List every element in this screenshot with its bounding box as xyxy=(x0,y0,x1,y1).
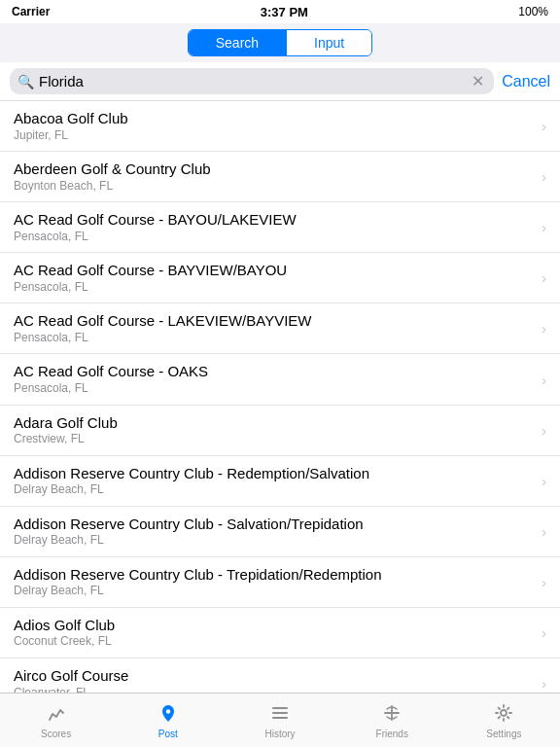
input-tab-btn[interactable]: Input xyxy=(287,30,371,55)
list-item-name: Adara Golf Club xyxy=(14,413,534,433)
list-item-text: AC Read Golf Course - OAKS Pensacola, FL xyxy=(14,362,534,396)
post-tab-label: Post xyxy=(158,729,178,739)
list-item-text: Adara Golf Club Crestview, FL xyxy=(14,413,534,447)
list-item-location: Pensacola, FL xyxy=(14,230,534,245)
list-item-location: Coconut Creek, FL xyxy=(14,634,534,650)
list-item-text: AC Read Golf Course - BAYOU/LAKEVIEW Pen… xyxy=(14,210,534,244)
list-item-name: Abacoa Golf Club xyxy=(14,109,534,128)
list-item-location: Pensacola, FL xyxy=(14,280,534,296)
list-item-name: Addison Reserve Country Club - Trepidati… xyxy=(14,565,534,585)
list-item-name: Addison Reserve Country Club - Redemptio… xyxy=(14,464,534,483)
svg-rect-3 xyxy=(272,717,288,719)
list-item[interactable]: Addison Reserve Country Club - Salvation… xyxy=(0,507,560,557)
search-input-wrap: 🔍 ✕ xyxy=(10,68,494,94)
search-bar-row: 🔍 ✕ Cancel xyxy=(0,62,560,101)
list-item-text: AC Read Golf Course - BAYVIEW/BAYOU Pens… xyxy=(14,261,534,295)
list-item-location: Delray Beach, FL xyxy=(14,584,534,599)
list-item-location: Crestview, FL xyxy=(14,432,534,447)
tab-post[interactable]: Post xyxy=(112,694,224,747)
settings-tab-icon xyxy=(493,702,514,727)
chevron-right-icon: › xyxy=(542,219,546,235)
chevron-right-icon: › xyxy=(542,574,546,590)
list-item-text: Adios Golf Club Coconut Creek, FL xyxy=(14,616,534,650)
list-item[interactable]: Abacoa Golf Club Jupiter, FL › xyxy=(0,101,560,152)
list-item[interactable]: AC Read Golf Course - BAYOU/LAKEVIEW Pen… xyxy=(0,202,560,253)
scores-tab-label: Scores xyxy=(41,729,71,739)
list-item-location: Pensacola, FL xyxy=(14,381,534,397)
history-tab-label: History xyxy=(264,729,295,739)
list-item-name: AC Read Golf Course - BAYOU/LAKEVIEW xyxy=(14,210,534,230)
list-item[interactable]: AC Read Golf Course - BAYVIEW/BAYOU Pens… xyxy=(0,253,560,303)
list-item-text: Addison Reserve Country Club - Salvation… xyxy=(14,515,534,549)
list-item-name: AC Read Golf Course - OAKS xyxy=(14,362,534,381)
svg-rect-2 xyxy=(272,712,288,714)
svg-point-0 xyxy=(166,709,170,713)
list-item-text: Abacoa Golf Club Jupiter, FL xyxy=(14,109,534,143)
chevron-right-icon: › xyxy=(542,168,546,185)
chevron-right-icon: › xyxy=(542,118,546,134)
results-list: Abacoa Golf Club Jupiter, FL › Aberdeen … xyxy=(0,101,560,693)
list-item-name: AC Read Golf Course - BAYVIEW/BAYOU xyxy=(14,261,534,280)
list-item-location: Delray Beach, FL xyxy=(14,482,534,498)
friends-tab-label: Friends xyxy=(376,729,408,739)
chevron-right-icon: › xyxy=(542,269,546,286)
list-item-location: Clearwater, FL xyxy=(14,686,534,693)
chevron-right-icon: › xyxy=(542,372,546,388)
list-item-text: Aberdeen Golf & Country Club Boynton Bea… xyxy=(14,160,534,194)
search-tab-btn[interactable]: Search xyxy=(189,30,287,55)
list-item[interactable]: Airco Golf Course Clearwater, FL › xyxy=(0,658,560,693)
settings-tab-label: Settings xyxy=(486,729,521,739)
chevron-right-icon: › xyxy=(542,675,546,692)
carrier-label: Carrier xyxy=(12,5,50,18)
list-item[interactable]: Adios Golf Club Coconut Creek, FL › xyxy=(0,608,560,658)
scores-tab-icon xyxy=(46,702,67,727)
segment-control: Search Input xyxy=(188,29,373,56)
list-item-text: Addison Reserve Country Club - Trepidati… xyxy=(14,565,534,599)
search-input[interactable] xyxy=(39,73,465,89)
tab-scores[interactable]: Scores xyxy=(0,694,112,747)
list-item-text: Airco Golf Course Clearwater, FL xyxy=(14,666,534,693)
chevron-right-icon: › xyxy=(542,523,546,540)
chevron-right-icon: › xyxy=(542,320,546,337)
list-item-name: Airco Golf Course xyxy=(14,666,534,686)
svg-point-4 xyxy=(501,710,507,716)
battery-label: 100% xyxy=(518,5,548,18)
list-item-name: Addison Reserve Country Club - Salvation… xyxy=(14,515,534,534)
list-item-text: Addison Reserve Country Club - Redemptio… xyxy=(14,464,534,498)
friends-tab-icon xyxy=(381,702,402,727)
history-tab-icon xyxy=(269,702,291,727)
list-item-name: Adios Golf Club xyxy=(14,616,534,635)
cancel-button[interactable]: Cancel xyxy=(502,73,550,90)
tab-history[interactable]: History xyxy=(224,694,335,747)
segment-bar: Search Input xyxy=(0,23,560,62)
chevron-right-icon: › xyxy=(542,422,546,439)
list-item[interactable]: Aberdeen Golf & Country Club Boynton Bea… xyxy=(0,152,560,202)
chevron-right-icon: › xyxy=(542,473,546,489)
list-item[interactable]: Adara Golf Club Crestview, FL › xyxy=(0,406,560,456)
tab-friends[interactable]: Friends xyxy=(336,694,448,747)
clear-button[interactable]: ✕ xyxy=(470,74,486,89)
svg-rect-1 xyxy=(272,707,288,709)
post-tab-icon xyxy=(158,702,179,727)
list-item-text: AC Read Golf Course - LAKEVIEW/BAYVIEW P… xyxy=(14,311,534,345)
list-item[interactable]: AC Read Golf Course - OAKS Pensacola, FL… xyxy=(0,354,560,405)
list-item-location: Pensacola, FL xyxy=(14,331,534,346)
status-bar: Carrier 3:37 PM 100% xyxy=(0,0,560,23)
list-item-location: Boynton Beach, FL xyxy=(14,179,534,195)
list-item[interactable]: Addison Reserve Country Club - Redemptio… xyxy=(0,456,560,507)
list-item-location: Delray Beach, FL xyxy=(14,533,534,549)
tab-bar: Scores Post History Friends xyxy=(0,693,560,747)
list-item[interactable]: Addison Reserve Country Club - Trepidati… xyxy=(0,557,560,608)
list-item-name: Aberdeen Golf & Country Club xyxy=(14,160,534,179)
time-label: 3:37 PM xyxy=(261,5,308,19)
tab-settings[interactable]: Settings xyxy=(448,694,560,747)
list-item-location: Jupiter, FL xyxy=(14,128,534,144)
chevron-right-icon: › xyxy=(542,624,546,641)
search-icon: 🔍 xyxy=(18,74,34,89)
list-item-name: AC Read Golf Course - LAKEVIEW/BAYVIEW xyxy=(14,311,534,331)
list-item[interactable]: AC Read Golf Course - LAKEVIEW/BAYVIEW P… xyxy=(0,303,560,354)
